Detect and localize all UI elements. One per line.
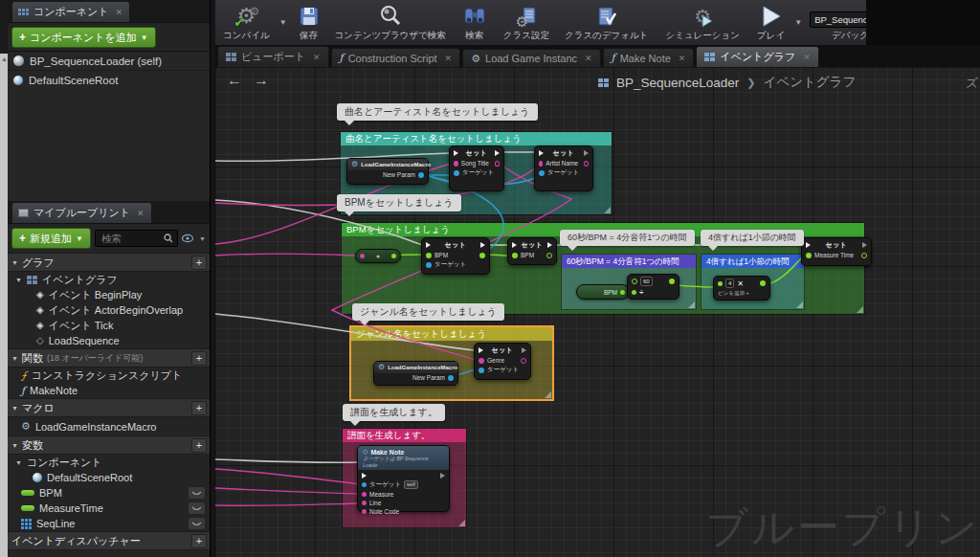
bubble-sixty[interactable]: 60秒/BPM = 4分音符1つの時間 xyxy=(560,230,695,246)
target-pin[interactable] xyxy=(426,262,432,268)
variable-group-components[interactable]: ▼ コンポーネント xyxy=(8,455,210,470)
output-pin[interactable] xyxy=(495,161,500,167)
expand-arrow-icon[interactable]: ▼ xyxy=(15,459,22,466)
output-pin[interactable] xyxy=(418,172,424,178)
tab-make-note[interactable]: ƒ Make Note ✕ xyxy=(603,48,695,67)
expand-arrow-icon[interactable]: ▼ xyxy=(11,355,18,362)
node-load-game-instance-macro-1[interactable]: ⚙LoadGameInstanceMacro New Param xyxy=(346,158,429,185)
variable-default-scene-root[interactable]: DefaultSceneRoot xyxy=(8,470,210,485)
class-defaults-button[interactable]: クラスのデフォルト xyxy=(557,0,657,45)
exec-out-pin[interactable] xyxy=(584,150,589,156)
left-scrollbar[interactable] xyxy=(0,54,8,557)
section-variables[interactable]: ▼ 変数 + xyxy=(8,435,210,455)
output-pin[interactable] xyxy=(448,375,454,381)
section-graph[interactable]: ▼ グラフ + xyxy=(8,253,210,272)
node-divide[interactable]: 60 ÷ xyxy=(627,274,679,300)
tree-item-actor-begin-overlap[interactable]: ◈ イベント ActorBeginOverlap xyxy=(8,302,210,318)
target-pin[interactable] xyxy=(454,170,459,176)
comment-title[interactable]: 譜面を生成します。 xyxy=(343,429,466,442)
bubble-bpm[interactable]: BPMをセットしましょう xyxy=(337,194,461,212)
resize-handle[interactable] xyxy=(688,301,695,308)
input-pin[interactable] xyxy=(360,254,365,258)
resize-handle[interactable] xyxy=(604,207,611,213)
output-pin[interactable] xyxy=(546,253,552,258)
event-graph-canvas[interactable]: ← → BP_SequenceLoader ❯ イベントグラフ ズ ブループリン… xyxy=(215,67,980,557)
comment-title[interactable]: 4倍すれば1小節の時間 xyxy=(702,255,804,268)
node-set-song-title[interactable]: セット Song Title ターゲット xyxy=(449,145,504,191)
node-get-bpm[interactable]: BPM xyxy=(576,284,630,300)
tree-item-event-graph[interactable]: ▼ イベントグラフ xyxy=(8,272,210,287)
tree-item-load-sequence[interactable]: ◇ LoadSequence xyxy=(8,333,210,348)
comment-title[interactable]: 曲名とアーティスト名をセットしましょう xyxy=(341,132,612,145)
close-icon[interactable]: ✕ xyxy=(585,54,592,63)
input-pin[interactable] xyxy=(539,161,543,167)
input-pin[interactable] xyxy=(454,161,458,167)
output-pin[interactable] xyxy=(391,254,396,258)
input-pin[interactable] xyxy=(718,281,723,286)
scrollbar-up-arrow[interactable]: ▲ xyxy=(1,56,8,62)
comment-title[interactable]: 60秒/BPM = 4分音符1つの時間 xyxy=(562,255,696,268)
resize-handle[interactable] xyxy=(857,306,863,313)
output-pin[interactable] xyxy=(584,161,589,167)
output-pin[interactable] xyxy=(760,280,766,286)
expand-arrow-icon[interactable]: ▼ xyxy=(15,277,22,283)
comment-title[interactable]: ジャンル名をセットしましょう xyxy=(351,327,552,341)
resize-handle[interactable] xyxy=(545,391,551,398)
output-pin[interactable] xyxy=(521,358,526,364)
simulate-button[interactable]: ⚙ シミュレーション xyxy=(657,0,747,45)
component-row-self[interactable]: BP_SequenceLoader (self) xyxy=(8,52,210,70)
node-conversion[interactable]: ∗ xyxy=(355,249,401,263)
add-function-button[interactable]: + xyxy=(191,351,207,366)
add-new-button[interactable]: + 新規追加 ▼ xyxy=(11,228,91,249)
add-component-button[interactable]: + コンポーネントを追加 ▼ xyxy=(11,27,156,48)
output-pin[interactable] xyxy=(861,253,867,258)
node-multiply[interactable]: 4✕ ピンを追加 + xyxy=(713,276,770,301)
exec-in-pin[interactable] xyxy=(806,242,811,248)
play-options-chevron[interactable]: ▼ xyxy=(794,18,802,27)
node-load-game-instance-macro-2[interactable]: ⚙LoadGameInstanceMacro New Param xyxy=(373,361,458,386)
tree-item-load-game-instance-macro[interactable]: ⚙ LoadGameInstanceMacro xyxy=(8,417,210,435)
close-icon[interactable]: ✕ xyxy=(803,53,811,62)
close-icon[interactable]: ✕ xyxy=(313,53,321,62)
tree-item-tick[interactable]: ◈ イベント Tick xyxy=(8,318,210,333)
visibility-eye-icon[interactable] xyxy=(182,234,195,243)
input-pin[interactable] xyxy=(426,253,432,258)
section-macros[interactable]: ▼ マクロ + xyxy=(8,398,210,417)
tree-item-begin-play[interactable]: ◈ イベント BeginPlay xyxy=(8,287,210,302)
chevron-down-icon[interactable]: ▼ xyxy=(199,235,206,242)
compile-button[interactable]: ⚙⚙✔ コンパイル xyxy=(215,0,278,45)
add-graph-button[interactable]: + xyxy=(191,256,207,270)
bubble-genre[interactable]: ジャンル名をセットしましょう xyxy=(352,303,504,321)
tab-event-graph[interactable]: イベントグラフ ✕ xyxy=(696,46,818,67)
node-set-genre[interactable]: セット Genre ターゲット xyxy=(474,343,531,380)
exec-in-pin[interactable] xyxy=(512,242,517,248)
my-blueprint-search[interactable] xyxy=(95,230,178,247)
node-set-artist-name[interactable]: セット Artist Name ターゲット xyxy=(534,145,593,191)
exec-in-pin[interactable] xyxy=(479,347,483,353)
tab-load-game-instance[interactable]: ⚙ Load Game Instanc ✕ xyxy=(462,49,600,67)
resize-handle[interactable] xyxy=(458,520,465,526)
multiply-value-box[interactable]: 4 xyxy=(725,278,734,288)
tree-item-make-note[interactable]: ƒ MakeNote xyxy=(8,383,210,398)
output-pin[interactable] xyxy=(669,278,675,284)
target-pin[interactable] xyxy=(362,482,367,487)
exec-out-pin[interactable] xyxy=(547,242,552,248)
exec-in-pin[interactable] xyxy=(426,242,431,248)
component-row-scene-root[interactable]: DefaultSceneRoot xyxy=(8,70,210,89)
tab-my-blueprint[interactable]: マイブループリント ✕ xyxy=(11,202,152,223)
eye-closed-icon[interactable] xyxy=(188,517,206,530)
exec-out-pin[interactable] xyxy=(862,242,867,248)
add-dispatcher-button[interactable]: + xyxy=(191,534,207,548)
input-pin[interactable] xyxy=(362,492,367,497)
tree-item-construction-script[interactable]: ⨍ コンストラクションスクリプト xyxy=(8,368,210,383)
input-pin[interactable] xyxy=(632,290,636,295)
expand-arrow-icon[interactable]: ▼ xyxy=(11,259,18,266)
output-pin[interactable] xyxy=(620,290,625,295)
exec-in-pin[interactable] xyxy=(539,150,544,156)
close-icon[interactable]: ✕ xyxy=(116,8,123,17)
search-button[interactable]: 検索 xyxy=(456,0,494,45)
input-pin[interactable] xyxy=(512,253,518,258)
close-icon[interactable]: ✕ xyxy=(679,54,686,63)
play-button[interactable]: プレイ xyxy=(749,0,792,45)
tab-components[interactable]: コンポーネント ✕ xyxy=(11,1,130,22)
